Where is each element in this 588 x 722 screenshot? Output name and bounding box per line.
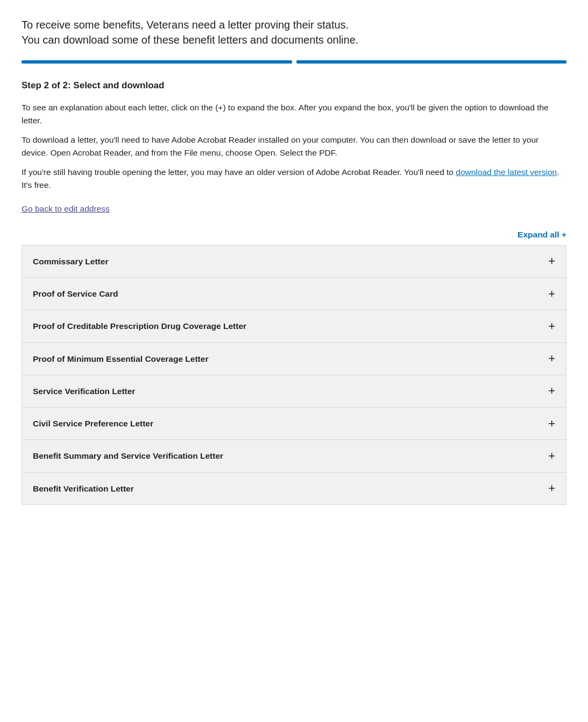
accordion-expand-icon: +	[548, 353, 555, 364]
accordion-expand-icon: +	[548, 450, 555, 462]
accordion-expand-icon: +	[548, 418, 555, 430]
accordion-item[interactable]: Proof of Service Card+	[22, 278, 566, 310]
accordion-label: Proof of Minimum Essential Coverage Lett…	[33, 353, 208, 365]
accordion-label: Benefit Verification Letter	[33, 482, 134, 495]
accordion-expand-icon: +	[548, 385, 555, 397]
expand-all-button[interactable]: Expand all +	[518, 230, 566, 240]
intro-text: To receive some benefits, Veterans need …	[22, 17, 566, 47]
intro-line-2: You can download some of these benefit l…	[22, 34, 358, 46]
page-container: To receive some benefits, Veterans need …	[0, 0, 588, 537]
progress-segment-1	[22, 60, 292, 64]
accordion-label: Proof of Service Card	[33, 288, 118, 300]
accordion-list: Commissary Letter+Proof of Service Card+…	[22, 245, 566, 505]
para3-before-text: If you're still having trouble opening t…	[22, 167, 456, 177]
instructions-para-2: To download a letter, you'll need to hav…	[22, 134, 566, 159]
accordion-label: Proof of Creditable Prescription Drug Co…	[33, 320, 246, 332]
accordion-label: Benefit Summary and Service Verification…	[33, 450, 223, 462]
instructions-para-1: To see an explanation about each letter,…	[22, 101, 566, 127]
accordion-item[interactable]: Service Verification Letter+	[22, 375, 566, 408]
accordion-item[interactable]: Benefit Summary and Service Verification…	[22, 440, 566, 472]
accordion-expand-icon: +	[548, 288, 555, 300]
instructions-para-3: If you're still having trouble opening t…	[22, 166, 566, 192]
progress-bar	[22, 60, 566, 64]
intro-line-1: To receive some benefits, Veterans need …	[22, 19, 349, 31]
accordion-item[interactable]: Commissary Letter+	[22, 246, 566, 278]
accordion-label: Civil Service Preference Letter	[33, 417, 153, 430]
accordion-label: Service Verification Letter	[33, 385, 135, 397]
acrobat-download-link[interactable]: download the latest version	[456, 167, 557, 177]
accordion-expand-icon: +	[548, 320, 555, 332]
accordion-item[interactable]: Proof of Minimum Essential Coverage Lett…	[22, 343, 566, 375]
progress-segment-2	[296, 60, 567, 64]
accordion-label: Commissary Letter	[33, 255, 108, 268]
accordion-item[interactable]: Civil Service Preference Letter+	[22, 408, 566, 440]
accordion-expand-icon: +	[548, 255, 555, 267]
expand-all-row: Expand all +	[22, 230, 566, 240]
accordion-item[interactable]: Proof of Creditable Prescription Drug Co…	[22, 310, 566, 342]
accordion-expand-icon: +	[548, 482, 555, 494]
accordion-item[interactable]: Benefit Verification Letter+	[22, 473, 566, 505]
go-back-link[interactable]: Go back to edit address	[22, 202, 110, 215]
step-heading: Step 2 of 2: Select and download	[22, 79, 566, 93]
